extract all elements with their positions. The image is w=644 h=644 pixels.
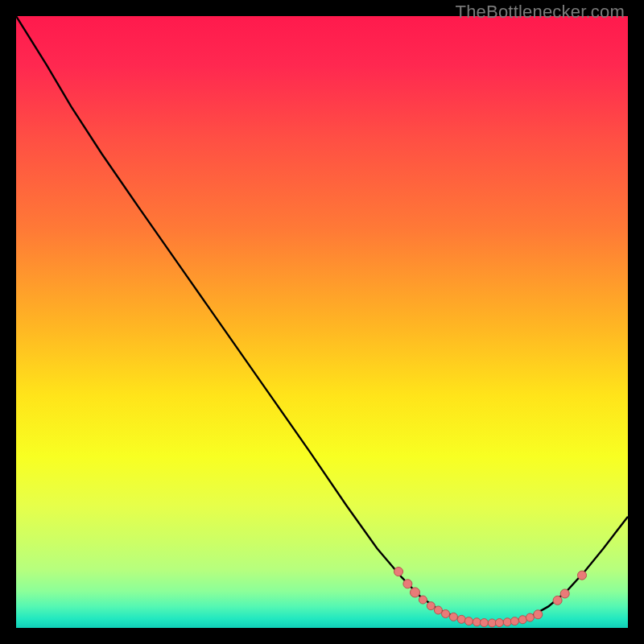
data-point-dot xyxy=(434,606,442,614)
data-point-dot xyxy=(394,568,403,576)
data-point-dot xyxy=(449,613,457,621)
data-point-dot xyxy=(457,615,465,623)
data-point-dot xyxy=(419,596,427,604)
data-point-dot xyxy=(503,618,511,626)
gradient-background xyxy=(16,16,628,628)
data-point-dot xyxy=(560,589,569,598)
data-point-dot xyxy=(464,617,473,625)
data-point-dot xyxy=(403,580,412,588)
data-point-dot xyxy=(578,571,587,580)
data-point-dot xyxy=(518,616,526,624)
data-point-dot xyxy=(411,588,420,597)
data-point-dot xyxy=(427,602,435,610)
watermark-text: TheBottlenecker.com xyxy=(456,2,625,23)
data-point-dot xyxy=(473,618,481,626)
data-point-dot xyxy=(526,613,534,621)
data-point-dot xyxy=(442,610,450,618)
bottleneck-chart xyxy=(16,16,628,628)
data-point-dot xyxy=(534,610,543,619)
data-point-dot xyxy=(510,617,518,625)
data-point-dot xyxy=(488,619,496,627)
data-point-dot xyxy=(553,596,562,605)
data-point-dot xyxy=(495,619,503,627)
data-point-dot xyxy=(480,619,488,627)
